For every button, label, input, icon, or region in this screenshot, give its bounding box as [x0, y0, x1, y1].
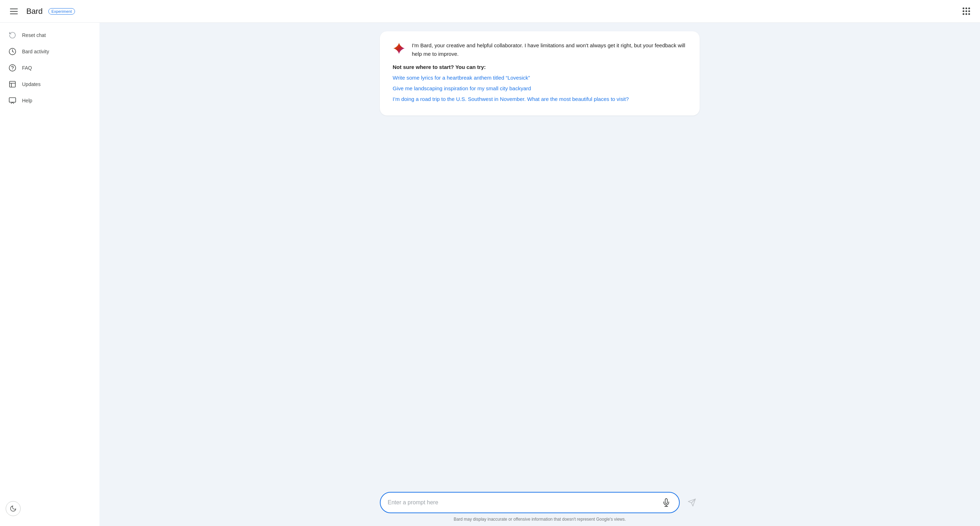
experiment-badge: Experiment — [48, 8, 75, 14]
suggestion-link-1[interactable]: Give me landscaping inspiration for my s… — [393, 84, 687, 93]
history-icon — [8, 48, 16, 56]
chat-input[interactable] — [388, 499, 657, 506]
sidebar-label-bard-activity: Bard activity — [22, 49, 49, 54]
sidebar-label-updates: Updates — [22, 81, 40, 87]
header-left: Bard Experiment — [7, 6, 75, 17]
sidebar-item-bard-activity[interactable]: Bard activity — [0, 43, 94, 60]
send-button[interactable] — [684, 495, 700, 510]
welcome-text: I'm Bard, your creative and helpful coll… — [412, 41, 687, 58]
svg-point-1 — [9, 65, 16, 71]
send-icon — [687, 498, 696, 507]
sidebar-item-reset-chat[interactable]: Reset chat — [0, 27, 94, 43]
sidebar-item-help[interactable]: Help — [0, 92, 94, 109]
svg-rect-6 — [9, 98, 16, 102]
input-area: Bard may display inaccurate or offensive… — [100, 485, 980, 526]
bard-logo-icon — [393, 42, 406, 55]
input-row — [380, 492, 700, 513]
suggestion-link-0[interactable]: Write some lyrics for a heartbreak anthe… — [393, 73, 687, 82]
welcome-message-card: I'm Bard, your creative and helpful coll… — [380, 31, 700, 115]
header: Bard Experiment — [0, 0, 980, 23]
chat-messages: I'm Bard, your creative and helpful coll… — [100, 23, 980, 485]
hamburger-icon — [10, 8, 18, 14]
input-wrapper — [380, 492, 680, 513]
main-layout: Reset chat Bard activity FAQ — [0, 23, 980, 526]
sidebar-label-faq: FAQ — [22, 65, 32, 71]
apps-grid-button[interactable] — [960, 5, 973, 18]
sidebar-bottom — [0, 496, 100, 522]
sidebar-label-reset-chat: Reset chat — [22, 32, 46, 38]
hamburger-menu-button[interactable] — [7, 6, 21, 17]
chat-area: I'm Bard, your creative and helpful coll… — [100, 23, 980, 526]
brand-title: Bard — [26, 7, 43, 16]
message-header: I'm Bard, your creative and helpful coll… — [393, 41, 687, 58]
help-icon — [8, 97, 16, 105]
disclaimer: Bard may display inaccurate or offensive… — [454, 517, 626, 522]
suggestion-link-2[interactable]: I’m doing a road trip to the U.S. Southw… — [393, 95, 687, 104]
reset-icon — [8, 31, 16, 39]
dark-mode-button[interactable] — [6, 501, 21, 516]
message-content: I'm Bard, your creative and helpful coll… — [412, 41, 687, 58]
microphone-icon — [662, 498, 670, 507]
sidebar-item-faq[interactable]: FAQ — [0, 60, 94, 76]
suggestions-label: Not sure where to start? You can try: — [393, 64, 687, 70]
faq-icon — [8, 64, 16, 72]
svg-rect-3 — [10, 81, 16, 88]
microphone-button[interactable] — [660, 497, 672, 508]
sidebar: Reset chat Bard activity FAQ — [0, 23, 100, 526]
sidebar-label-help: Help — [22, 98, 32, 104]
sidebar-item-updates[interactable]: Updates — [0, 76, 94, 92]
dark-mode-icon — [10, 505, 17, 512]
updates-icon — [8, 80, 16, 88]
grid-icon — [963, 8, 970, 15]
